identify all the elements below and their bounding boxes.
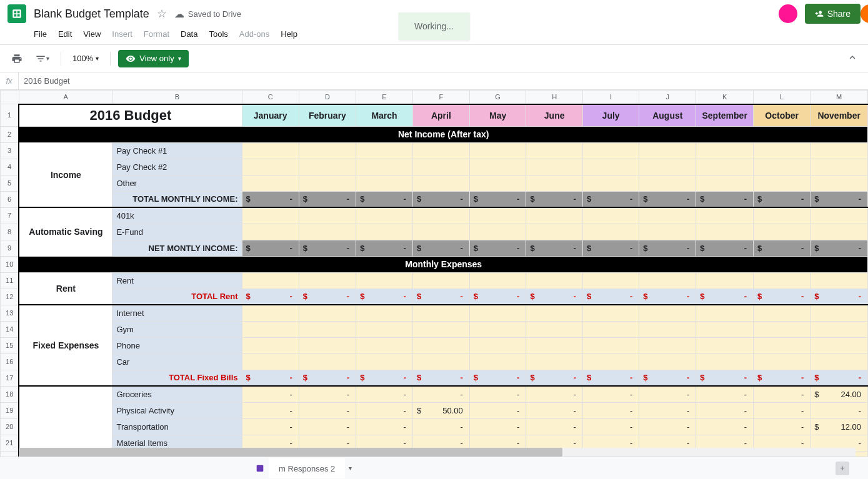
menu-edit[interactable]: Edit <box>53 27 77 41</box>
month-header[interactable]: January <box>242 104 299 127</box>
cell[interactable] <box>356 207 413 224</box>
cell[interactable] <box>754 175 811 191</box>
cell[interactable] <box>582 305 639 321</box>
spreadsheet[interactable]: ABCDEFGHIJKLM12016 BudgetJanuaryFebruary… <box>0 90 868 460</box>
rent-item[interactable]: Rent <box>112 272 242 289</box>
row-header[interactable]: 15 <box>1 337 19 353</box>
row-header[interactable]: 11 <box>1 272 19 289</box>
cell[interactable] <box>242 175 299 191</box>
cell[interactable]: $50.00 <box>412 402 469 418</box>
menu-view[interactable]: View <box>78 27 106 41</box>
income-item[interactable]: Pay Check #1 <box>112 142 242 159</box>
cell[interactable]: - <box>469 386 526 402</box>
row-header[interactable]: 1 <box>1 104 19 127</box>
row-header[interactable]: 19 <box>1 402 19 418</box>
cell[interactable] <box>526 175 583 191</box>
total-rent-label[interactable]: TOTAL Rent <box>112 289 242 305</box>
cell[interactable] <box>639 321 696 337</box>
total-cell[interactable]: $- <box>469 191 526 207</box>
cell[interactable] <box>526 159 583 175</box>
row-header[interactable]: 18 <box>1 386 19 402</box>
menu-add-ons[interactable]: Add-ons <box>234 27 274 41</box>
cell[interactable] <box>754 337 811 353</box>
cell[interactable]: - <box>469 402 526 418</box>
cell[interactable]: - <box>639 386 696 402</box>
total-cell[interactable]: $- <box>299 370 356 386</box>
column-header[interactable]: E <box>356 91 413 104</box>
column-header[interactable]: J <box>639 91 696 104</box>
cell[interactable] <box>299 321 356 337</box>
month-header[interactable]: October <box>754 104 811 127</box>
print-icon[interactable] <box>7 51 26 67</box>
total-cell[interactable]: $- <box>639 370 696 386</box>
total-cell[interactable]: $- <box>582 289 639 305</box>
cell[interactable] <box>639 305 696 321</box>
cell[interactable]: - <box>299 386 356 402</box>
total-cell[interactable]: $- <box>242 370 299 386</box>
cell[interactable] <box>299 142 356 159</box>
sheets-logo[interactable] <box>7 4 26 23</box>
cell[interactable] <box>356 142 413 159</box>
fixed-item[interactable]: Internet <box>112 305 242 321</box>
cell[interactable]: - <box>242 418 299 435</box>
cell[interactable] <box>811 159 868 175</box>
month-header[interactable]: August <box>639 104 696 127</box>
row-header[interactable]: 9 <box>1 240 19 256</box>
category-income[interactable]: Income <box>19 142 112 207</box>
cell[interactable]: - <box>242 386 299 402</box>
cell[interactable] <box>811 175 868 191</box>
cell[interactable] <box>299 224 356 240</box>
cell[interactable] <box>754 321 811 337</box>
cell[interactable] <box>242 272 299 289</box>
cell[interactable] <box>754 224 811 240</box>
total-fixed-label[interactable]: TOTAL Fixed Bills <box>112 370 242 386</box>
cell[interactable] <box>412 272 469 289</box>
total-cell[interactable]: $- <box>811 191 868 207</box>
cell[interactable] <box>582 337 639 353</box>
total-cell[interactable]: $- <box>412 191 469 207</box>
income-item[interactable]: Other <box>112 175 242 191</box>
cell[interactable]: - <box>526 386 583 402</box>
cell[interactable]: - <box>526 418 583 435</box>
total-cell[interactable]: $- <box>811 289 868 305</box>
cell[interactable] <box>811 321 868 337</box>
cell[interactable] <box>811 142 868 159</box>
total-cell[interactable]: $- <box>582 191 639 207</box>
cell[interactable] <box>356 353 413 370</box>
cell[interactable] <box>469 272 526 289</box>
cell[interactable] <box>242 305 299 321</box>
cell[interactable] <box>639 159 696 175</box>
month-header[interactable]: July <box>582 104 639 127</box>
total-cell[interactable]: $- <box>526 240 583 256</box>
cell[interactable] <box>696 224 754 240</box>
total-cell[interactable]: $- <box>696 289 754 305</box>
cell[interactable] <box>754 142 811 159</box>
cell[interactable]: - <box>299 418 356 435</box>
cell[interactable] <box>639 207 696 224</box>
variable-item[interactable]: Transportation <box>112 418 242 435</box>
month-header[interactable]: June <box>526 104 583 127</box>
cell[interactable] <box>412 321 469 337</box>
cell[interactable]: - <box>582 402 639 418</box>
cell[interactable] <box>696 305 754 321</box>
collaborator-avatar[interactable] <box>779 4 797 23</box>
total-cell[interactable]: $- <box>639 289 696 305</box>
cell[interactable] <box>299 159 356 175</box>
cell[interactable] <box>242 353 299 370</box>
row-header[interactable]: 21 <box>1 435 19 451</box>
section-monthly-expenses[interactable]: Monthly Expenses <box>19 256 867 272</box>
cell[interactable] <box>242 321 299 337</box>
cell[interactable]: - <box>696 418 754 435</box>
cell[interactable] <box>242 159 299 175</box>
cell[interactable] <box>526 305 583 321</box>
budget-title[interactable]: 2016 Budget <box>19 104 242 127</box>
category-saving[interactable]: Automatic Saving <box>19 207 112 256</box>
cell[interactable] <box>526 224 583 240</box>
menu-help[interactable]: Help <box>276 27 302 41</box>
cell[interactable] <box>696 353 754 370</box>
view-only-button[interactable]: View only ▾ <box>118 50 188 67</box>
column-header[interactable]: B <box>112 91 242 104</box>
row-header[interactable]: 5 <box>1 175 19 191</box>
cell[interactable]: - <box>356 402 413 418</box>
cell[interactable]: - <box>299 402 356 418</box>
